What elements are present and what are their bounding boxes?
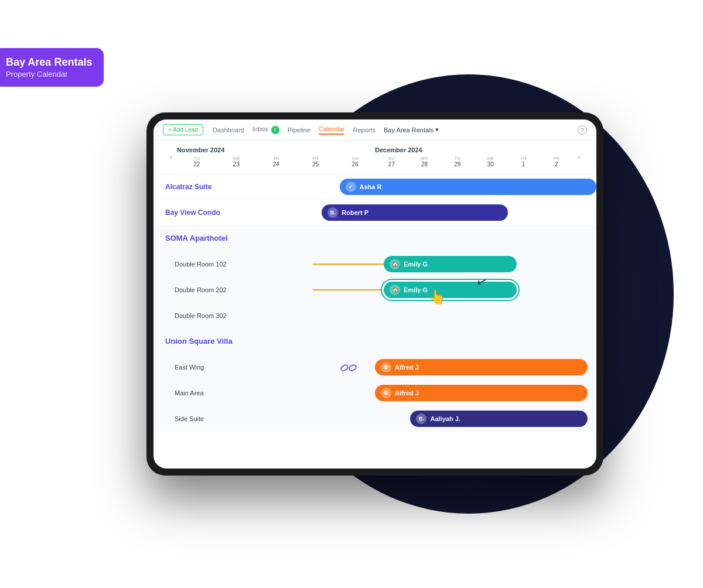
cursor-hand-icon: 👆 [428,289,446,305]
help-icon[interactable]: ? [578,125,587,135]
emily-g-102-booking[interactable]: 🏠 Emily G [384,256,517,272]
booking-line-102 [313,264,389,265]
alfred-j-east-booking[interactable]: ✿ Alfred J [375,359,588,375]
december-title: December 2024 [375,146,573,153]
aaliyah-j-booking[interactable]: B. Aaliyah J. [410,411,587,427]
tablet-screen: + Add Lead Dashboard Inbox 5 Pipeline Ca… [153,119,596,469]
prev-nav[interactable]: ‹ [165,151,177,163]
airbnb-icon: ✿ [381,388,391,398]
calendar-header: ‹ November 2024 TU 22 WE 23 [153,141,596,174]
december-days: SU 27 MO 28 TU 29 [375,156,573,167]
east-wing-name: East Wing [175,364,268,371]
union-square-group-header: Union Square Villa [153,329,596,354]
cal-day: TH 1 [507,156,540,167]
november-month: November 2024 TU 22 WE 23 TH [177,146,375,167]
next-nav[interactable]: › [573,151,585,163]
svg-rect-0 [340,364,348,372]
alcatraz-suite-name: Alcatraz Suite [165,183,259,191]
calendar-months: November 2024 TU 22 WE 23 TH [177,146,573,167]
cal-day: SU 27 [375,156,408,167]
cal-day: SA 26 [335,156,375,167]
properties-area: Alcatraz Suite ✓ Asha R Bay View Condo B… [153,174,596,469]
main-area-row: Main Area ✿ Alfred J [153,380,596,406]
scene: Bay Area Rentals Property Calendar + Add… [29,30,674,558]
asha-r-booking[interactable]: ✓ Asha R [340,179,596,195]
robert-p-booking[interactable]: B. Robert P [322,204,508,221]
main-area-name: Main Area [175,389,268,396]
cal-day: WE 23 [217,156,257,167]
cal-day: WE 30 [474,156,507,167]
cal-day: MO 28 [408,156,441,167]
nav-pipeline[interactable]: Pipeline [288,127,310,134]
svg-rect-1 [348,364,356,372]
december-month: December 2024 SU 27 MO 28 TU [375,146,573,167]
east-wing-row: East Wing ✿ Alfred J [153,354,596,380]
booking-icon: B. [416,413,426,424]
double-room-102-row: Double Room 102 🏠 Emily G [153,251,596,277]
november-title: November 2024 [177,146,375,153]
bay-view-condo-row: Bay View Condo B. Robert P [153,200,596,225]
nav-dashboard[interactable]: Dashboard [213,127,244,134]
link-icon [340,357,357,380]
booking-icon: ✓ [346,182,356,192]
november-days: TU 22 WE 23 TH 24 [177,156,375,167]
booking-line-202 [313,289,389,290]
double-room-202-row: Double Room 202 🏠 Emily G 👆 ↙ [153,277,596,303]
nav-bar: + Add Lead Dashboard Inbox 5 Pipeline Ca… [153,119,596,141]
bay-view-condo-name: Bay View Condo [165,208,259,217]
cal-day: FR 2 [540,156,573,167]
cal-day: FR 25 [296,156,336,167]
booking-icon: B. [327,207,338,218]
label-card-title: Bay Area Rentals [6,56,92,69]
side-suite-row: Side Suite B. Aaliyah J. [153,406,596,432]
union-square-group-name: Union Square Villa [165,337,259,346]
nav-calendar[interactable]: Calendar [319,125,345,135]
booking-icon: 🏠 [390,285,400,295]
bay-area-dropdown[interactable]: Bay Area Rentals ▾ [384,126,439,134]
label-card-subtitle: Property Calendar [6,70,92,78]
soma-group-name: SOMA Aparthotel [165,234,259,242]
tablet-device: + Add Lead Dashboard Inbox 5 Pipeline Ca… [146,112,603,476]
inbox-badge: 5 [271,126,279,134]
double-room-302-row: Double Room 302 [153,303,596,329]
double-room-202-name: Double Room 202 [175,286,268,293]
soma-group-header: SOMA Aparthotel [153,225,596,251]
add-lead-button[interactable]: + Add Lead [163,124,203,135]
label-card: Bay Area Rentals Property Calendar [0,48,104,87]
airbnb-icon: ✿ [381,362,391,372]
alfred-j-main-booking[interactable]: ✿ Alfred J [375,385,588,401]
side-suite-name: Side Suite [175,415,268,422]
double-room-102-name: Double Room 102 [175,261,268,268]
nav-inbox[interactable]: Inbox 5 [252,125,279,134]
cal-day: TU 29 [441,156,474,167]
emily-g-202-booking[interactable]: 🏠 Emily G [384,282,517,298]
booking-icon: 🏠 [390,259,400,269]
nav-items: Dashboard Inbox 5 Pipeline Calendar Repo… [213,125,568,135]
double-room-302-name: Double Room 302 [175,312,268,319]
cal-day: TU 22 [177,156,217,167]
alcatraz-suite-row: Alcatraz Suite ✓ Asha R [153,174,596,200]
nav-reports[interactable]: Reports [353,127,376,134]
cal-day: TH 24 [256,156,296,167]
